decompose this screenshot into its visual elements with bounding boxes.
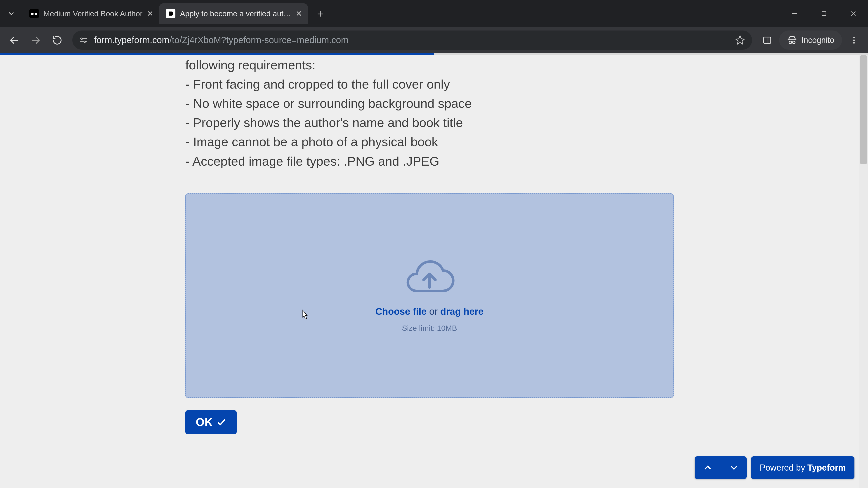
maximize-icon — [820, 10, 827, 17]
requirement-line: - Front facing and cropped to the full c… — [185, 74, 674, 94]
svg-marker-12 — [736, 36, 744, 44]
new-tab-button[interactable]: ＋ — [312, 6, 328, 22]
form-progress-track — [0, 53, 868, 55]
forward-button[interactable] — [26, 31, 45, 50]
prev-question-button[interactable] — [694, 456, 721, 479]
tab-title: Apply to become a verified aut… — [180, 9, 291, 18]
svg-point-20 — [853, 39, 855, 41]
minimize-icon — [791, 10, 798, 18]
requirement-line: - Accepted image file types: .PNG and .J… — [185, 152, 674, 171]
tab-title: Medium Verified Book Author — [43, 9, 143, 18]
browser-toolbar: form.typeform.com/to/Zj4rXboM?typeform-s… — [0, 27, 868, 53]
chevron-down-icon — [7, 9, 16, 18]
address-bar[interactable]: form.typeform.com/to/Zj4rXboM?typeform-s… — [72, 31, 752, 50]
kebab-menu-icon — [849, 36, 859, 45]
url-text: form.typeform.com/to/Zj4rXboM?typeform-s… — [94, 35, 348, 45]
form-content: following requirements: - Front facing a… — [185, 55, 674, 434]
form-footer-nav: Powered by Typeform — [694, 456, 855, 479]
close-icon[interactable]: ✕ — [296, 9, 302, 18]
incognito-label: Incognito — [801, 35, 834, 45]
size-limit-text: Size limit: 10MB — [402, 324, 457, 332]
incognito-icon — [787, 35, 797, 45]
form-progress-fill — [0, 53, 434, 55]
tab-typeform-apply[interactable]: Apply to become a verified aut… ✕ — [159, 3, 308, 24]
dropzone-instruction: Choose file or drag here — [375, 306, 484, 317]
bookmark-star-icon[interactable] — [735, 35, 745, 45]
scrollbar-thumb[interactable] — [860, 55, 867, 164]
file-upload-dropzone[interactable]: Choose file or drag here Size limit: 10M… — [185, 193, 674, 398]
reload-icon — [52, 35, 62, 45]
drag-here-text: drag here — [440, 306, 484, 317]
requirement-line: - No white space or surrounding backgrou… — [185, 94, 674, 113]
requirement-line: - Image cannot be a photo of a physical … — [185, 132, 674, 151]
choose-file-text: Choose file — [375, 306, 427, 317]
svg-point-19 — [853, 37, 855, 38]
arrow-right-icon — [30, 35, 41, 46]
side-panel-button[interactable] — [758, 31, 777, 50]
requirement-line: - Properly shows the author's name and b… — [185, 113, 674, 132]
chevron-down-icon — [728, 462, 739, 473]
page-scrollbar[interactable] — [859, 55, 868, 488]
tab-medium-verified[interactable]: ●● Medium Verified Book Author ✕ — [23, 3, 159, 24]
arrow-left-icon — [9, 35, 20, 46]
typeform-favicon — [166, 9, 176, 18]
svg-rect-1 — [822, 11, 826, 15]
next-question-button[interactable] — [721, 456, 747, 479]
svg-point-9 — [84, 41, 86, 42]
maximize-button[interactable] — [809, 2, 839, 25]
ok-label: OK — [196, 416, 213, 429]
mouse-cursor-icon — [300, 309, 309, 321]
browser-titlebar: ●● Medium Verified Book Author ✕ Apply t… — [0, 0, 868, 27]
powered-prefix: Powered by — [760, 463, 805, 473]
requirements-intro: following requirements: — [185, 55, 674, 74]
reload-button[interactable] — [48, 31, 67, 50]
or-text: or — [427, 306, 440, 317]
svg-point-21 — [853, 42, 855, 43]
side-panel-icon — [763, 35, 772, 45]
requirements-text: following requirements: - Front facing a… — [185, 55, 674, 171]
page-viewport: following requirements: - Front facing a… — [0, 53, 868, 488]
window-controls — [780, 0, 868, 27]
nav-arrow-group — [694, 456, 747, 479]
back-button[interactable] — [4, 31, 24, 50]
ok-button[interactable]: OK — [185, 410, 237, 434]
svg-point-16 — [789, 41, 792, 43]
site-settings-icon[interactable] — [79, 36, 88, 45]
svg-point-17 — [793, 41, 795, 43]
incognito-indicator[interactable]: Incognito — [779, 31, 842, 50]
browser-menu-button[interactable] — [844, 31, 864, 50]
powered-by-typeform-link[interactable]: Powered by Typeform — [751, 456, 855, 479]
svg-rect-13 — [764, 37, 771, 43]
medium-favicon: ●● — [29, 9, 39, 18]
check-icon — [217, 418, 226, 427]
minimize-button[interactable] — [780, 2, 809, 25]
cloud-upload-icon — [402, 259, 457, 299]
svg-point-6 — [81, 38, 83, 39]
tab-search-dropdown[interactable] — [0, 2, 23, 25]
close-icon[interactable]: ✕ — [147, 9, 153, 18]
chevron-up-icon — [702, 462, 713, 473]
close-window-button[interactable] — [839, 2, 868, 25]
powered-brand: Typeform — [807, 463, 846, 473]
close-icon — [850, 10, 857, 17]
